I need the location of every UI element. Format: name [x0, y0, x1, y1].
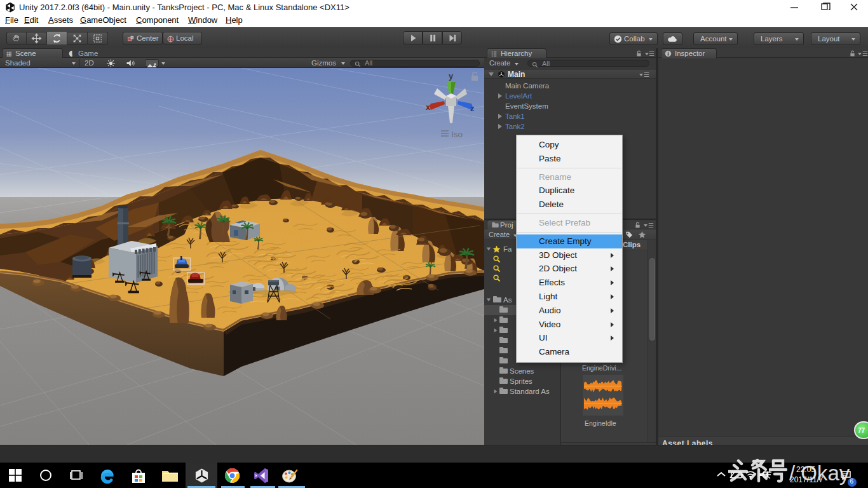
svg-text:y: y	[449, 71, 454, 81]
svg-text:Iso: Iso	[451, 130, 463, 139]
svg-text:x: x	[426, 102, 431, 112]
svg-text:z: z	[470, 104, 475, 113]
svg-text:/ Okay: / Okay	[789, 461, 850, 485]
